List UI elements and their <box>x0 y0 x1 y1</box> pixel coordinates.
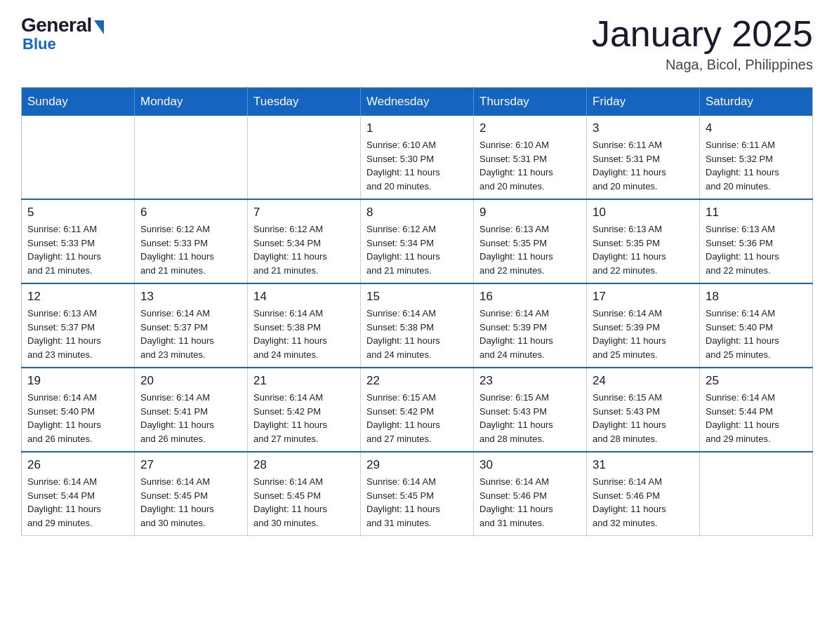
logo-general-text: General <box>21 14 92 36</box>
day-number: 1 <box>366 121 468 135</box>
day-info: Sunrise: 6:14 AMSunset: 5:45 PMDaylight:… <box>366 475 468 530</box>
logo-arrow-icon <box>94 20 104 34</box>
day-info: Sunrise: 6:11 AMSunset: 5:32 PMDaylight:… <box>706 138 807 193</box>
calendar-header-tuesday: Tuesday <box>248 88 361 116</box>
calendar-header-monday: Monday <box>135 88 248 116</box>
day-number: 13 <box>140 290 241 304</box>
day-info: Sunrise: 6:14 AMSunset: 5:39 PMDaylight:… <box>479 307 581 361</box>
calendar-empty-cell <box>700 452 813 536</box>
calendar-day-13: 13Sunrise: 6:14 AMSunset: 5:37 PMDayligh… <box>135 283 248 368</box>
calendar-empty-cell <box>135 116 248 199</box>
calendar-day-5: 5Sunrise: 6:11 AMSunset: 5:33 PMDaylight… <box>22 199 135 283</box>
day-number: 2 <box>479 121 581 135</box>
calendar-day-26: 26Sunrise: 6:14 AMSunset: 5:44 PMDayligh… <box>22 452 135 536</box>
calendar-day-30: 30Sunrise: 6:14 AMSunset: 5:46 PMDayligh… <box>474 452 587 536</box>
day-number: 7 <box>253 206 355 220</box>
day-number: 9 <box>479 206 581 220</box>
day-info: Sunrise: 6:14 AMSunset: 5:40 PMDaylight:… <box>27 391 128 445</box>
day-info: Sunrise: 6:13 AMSunset: 5:35 PMDaylight:… <box>593 222 694 277</box>
day-number: 30 <box>479 458 581 472</box>
calendar-day-31: 31Sunrise: 6:14 AMSunset: 5:46 PMDayligh… <box>587 452 700 536</box>
calendar-header-friday: Friday <box>587 88 700 116</box>
logo: General Blue <box>21 14 104 53</box>
day-info: Sunrise: 6:14 AMSunset: 5:39 PMDaylight:… <box>593 307 694 361</box>
calendar-day-4: 4Sunrise: 6:11 AMSunset: 5:32 PMDaylight… <box>700 116 813 199</box>
calendar-day-15: 15Sunrise: 6:14 AMSunset: 5:38 PMDayligh… <box>361 283 474 368</box>
calendar-day-22: 22Sunrise: 6:15 AMSunset: 5:42 PMDayligh… <box>361 368 474 452</box>
calendar-empty-cell <box>22 116 135 199</box>
calendar-week-row: 19Sunrise: 6:14 AMSunset: 5:40 PMDayligh… <box>22 368 813 452</box>
day-number: 16 <box>479 290 581 304</box>
day-info: Sunrise: 6:14 AMSunset: 5:45 PMDaylight:… <box>140 475 241 530</box>
day-info: Sunrise: 6:12 AMSunset: 5:33 PMDaylight:… <box>140 222 241 277</box>
day-info: Sunrise: 6:11 AMSunset: 5:33 PMDaylight:… <box>27 222 128 277</box>
calendar-day-18: 18Sunrise: 6:14 AMSunset: 5:40 PMDayligh… <box>700 283 813 368</box>
day-number: 15 <box>366 290 468 304</box>
title-section: January 2025 Naga, Bicol, Philippines <box>592 14 813 73</box>
day-number: 28 <box>253 458 355 472</box>
day-number: 3 <box>593 121 694 135</box>
day-info: Sunrise: 6:15 AMSunset: 5:43 PMDaylight:… <box>593 391 694 445</box>
logo-blue-text: Blue <box>22 35 56 53</box>
calendar-week-row: 5Sunrise: 6:11 AMSunset: 5:33 PMDaylight… <box>22 199 813 283</box>
calendar-day-7: 7Sunrise: 6:12 AMSunset: 5:34 PMDaylight… <box>248 199 361 283</box>
day-info: Sunrise: 6:14 AMSunset: 5:37 PMDaylight:… <box>140 307 241 361</box>
day-info: Sunrise: 6:11 AMSunset: 5:31 PMDaylight:… <box>593 138 694 193</box>
calendar-day-24: 24Sunrise: 6:15 AMSunset: 5:43 PMDayligh… <box>587 368 700 452</box>
day-number: 22 <box>366 374 468 388</box>
day-number: 5 <box>27 206 128 220</box>
calendar-header-row: SundayMondayTuesdayWednesdayThursdayFrid… <box>22 88 813 116</box>
calendar-day-12: 12Sunrise: 6:13 AMSunset: 5:37 PMDayligh… <box>22 283 135 368</box>
calendar-day-19: 19Sunrise: 6:14 AMSunset: 5:40 PMDayligh… <box>22 368 135 452</box>
calendar-day-1: 1Sunrise: 6:10 AMSunset: 5:30 PMDaylight… <box>361 116 474 199</box>
day-info: Sunrise: 6:15 AMSunset: 5:42 PMDaylight:… <box>366 391 468 445</box>
day-number: 17 <box>593 290 694 304</box>
calendar-day-17: 17Sunrise: 6:14 AMSunset: 5:39 PMDayligh… <box>587 283 700 368</box>
day-number: 20 <box>140 374 241 388</box>
day-number: 6 <box>140 206 241 220</box>
day-info: Sunrise: 6:14 AMSunset: 5:38 PMDaylight:… <box>366 307 468 361</box>
calendar-day-14: 14Sunrise: 6:14 AMSunset: 5:38 PMDayligh… <box>248 283 361 368</box>
day-info: Sunrise: 6:14 AMSunset: 5:44 PMDaylight:… <box>27 475 128 530</box>
calendar-day-9: 9Sunrise: 6:13 AMSunset: 5:35 PMDaylight… <box>474 199 587 283</box>
day-number: 31 <box>593 458 694 472</box>
day-number: 8 <box>366 206 468 220</box>
calendar-day-2: 2Sunrise: 6:10 AMSunset: 5:31 PMDaylight… <box>474 116 587 199</box>
day-number: 19 <box>27 374 128 388</box>
calendar-week-row: 1Sunrise: 6:10 AMSunset: 5:30 PMDaylight… <box>22 116 813 199</box>
day-info: Sunrise: 6:13 AMSunset: 5:36 PMDaylight:… <box>706 222 807 277</box>
day-info: Sunrise: 6:13 AMSunset: 5:35 PMDaylight:… <box>479 222 581 277</box>
month-title: January 2025 <box>592 14 813 54</box>
day-number: 23 <box>479 374 581 388</box>
calendar-day-8: 8Sunrise: 6:12 AMSunset: 5:34 PMDaylight… <box>361 199 474 283</box>
location-text: Naga, Bicol, Philippines <box>592 57 813 73</box>
day-info: Sunrise: 6:14 AMSunset: 5:46 PMDaylight:… <box>593 475 694 530</box>
day-info: Sunrise: 6:14 AMSunset: 5:40 PMDaylight:… <box>706 307 807 361</box>
calendar-day-23: 23Sunrise: 6:15 AMSunset: 5:43 PMDayligh… <box>474 368 587 452</box>
day-info: Sunrise: 6:14 AMSunset: 5:41 PMDaylight:… <box>140 391 241 445</box>
calendar-day-27: 27Sunrise: 6:14 AMSunset: 5:45 PMDayligh… <box>135 452 248 536</box>
day-info: Sunrise: 6:14 AMSunset: 5:46 PMDaylight:… <box>479 475 581 530</box>
day-number: 25 <box>706 374 807 388</box>
calendar-header-wednesday: Wednesday <box>361 88 474 116</box>
day-number: 26 <box>27 458 128 472</box>
day-info: Sunrise: 6:14 AMSunset: 5:44 PMDaylight:… <box>706 391 807 445</box>
day-info: Sunrise: 6:12 AMSunset: 5:34 PMDaylight:… <box>366 222 468 277</box>
day-number: 29 <box>366 458 468 472</box>
day-number: 12 <box>27 290 128 304</box>
day-number: 24 <box>593 374 694 388</box>
calendar-day-28: 28Sunrise: 6:14 AMSunset: 5:45 PMDayligh… <box>248 452 361 536</box>
day-info: Sunrise: 6:10 AMSunset: 5:30 PMDaylight:… <box>366 138 468 193</box>
calendar-header-thursday: Thursday <box>474 88 587 116</box>
day-info: Sunrise: 6:10 AMSunset: 5:31 PMDaylight:… <box>479 138 581 193</box>
calendar-day-16: 16Sunrise: 6:14 AMSunset: 5:39 PMDayligh… <box>474 283 587 368</box>
day-number: 27 <box>140 458 241 472</box>
day-number: 10 <box>593 206 694 220</box>
calendar-week-row: 12Sunrise: 6:13 AMSunset: 5:37 PMDayligh… <box>22 283 813 368</box>
day-info: Sunrise: 6:14 AMSunset: 5:45 PMDaylight:… <box>253 475 355 530</box>
day-info: Sunrise: 6:15 AMSunset: 5:43 PMDaylight:… <box>479 391 581 445</box>
calendar-day-11: 11Sunrise: 6:13 AMSunset: 5:36 PMDayligh… <box>700 199 813 283</box>
day-number: 11 <box>706 206 807 220</box>
calendar-header-sunday: Sunday <box>22 88 135 116</box>
calendar-empty-cell <box>248 116 361 199</box>
